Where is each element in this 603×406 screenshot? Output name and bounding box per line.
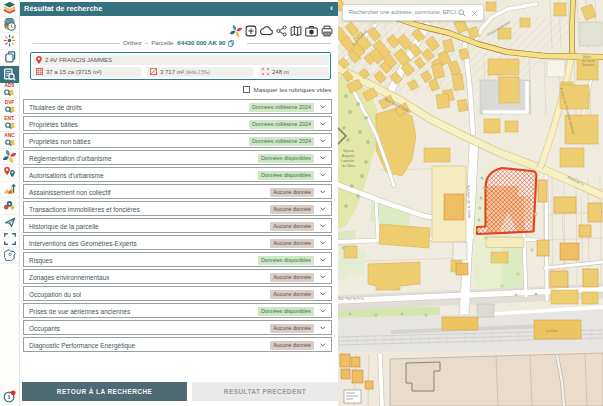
svg-text:La Gare: La Gare bbox=[546, 329, 558, 333]
svg-text:Suzanne: Suzanne bbox=[582, 63, 594, 67]
svg-text:Square: Square bbox=[343, 149, 354, 153]
svg-text:Lamothe: Lamothe bbox=[341, 159, 354, 163]
svg-text:i: i bbox=[8, 392, 10, 401]
svg-text:Auguste: Auguste bbox=[342, 154, 355, 158]
svg-text:de Ribas: de Ribas bbox=[342, 164, 356, 168]
